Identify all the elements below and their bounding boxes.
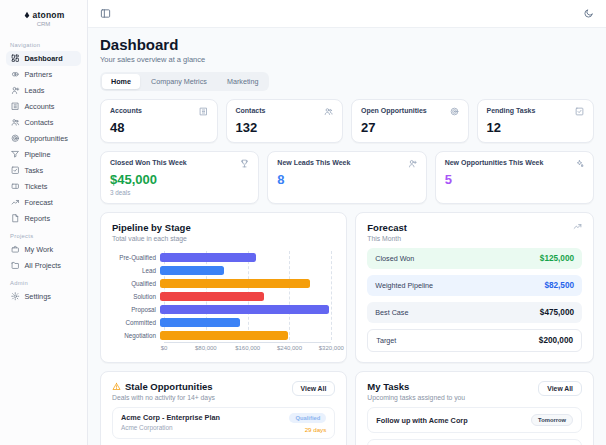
sidebar-item-label: Accounts — [25, 102, 55, 111]
users-icon — [11, 118, 20, 127]
building-icon — [11, 102, 20, 111]
chart-bar-row: Proposal — [112, 303, 335, 316]
sidebar-item-opportunities[interactable]: Opportunities — [6, 131, 81, 146]
sidebar-item-partners[interactable]: Partners — [6, 67, 81, 82]
target-icon — [450, 107, 459, 116]
app-logo: atonom CRM — [6, 8, 81, 35]
sidebar-item-settings[interactable]: Settings — [6, 289, 81, 304]
funnel-icon — [11, 150, 20, 159]
stale-opportunities-card: Stale Opportunities Deals with no activi… — [100, 371, 347, 445]
sidebar-item-contacts[interactable]: Contacts — [6, 115, 81, 130]
forecast-row-label: Target — [376, 336, 396, 345]
dashboard-icon — [11, 54, 20, 63]
chart-bar — [160, 318, 240, 327]
days-stale: 29 days — [289, 426, 326, 433]
stat-card-closed-won-this-week: Closed Won This Week$45,0003 deals — [100, 151, 259, 204]
chart-bar — [160, 305, 329, 314]
pipeline-title: Pipeline by Stage — [112, 222, 335, 233]
page-title: Dashboard — [100, 36, 594, 53]
stat-value: 27 — [361, 120, 459, 135]
task-item[interactable]: Prepare proposal for TechFlowToday — [367, 439, 582, 445]
stat-card-new-opportunities-this-week: New Opportunities This Week5 — [435, 151, 594, 204]
chart-category-label: Negotiation — [112, 332, 160, 339]
tab-company-metrics[interactable]: Company Metrics — [142, 74, 216, 89]
chart-category-label: Qualified — [112, 280, 160, 287]
charts-row: Pipeline by Stage Total value in each st… — [100, 212, 594, 363]
chart-bar — [160, 253, 256, 262]
logo-subtitle: CRM — [6, 21, 81, 27]
building-icon — [199, 107, 208, 116]
trophy-icon — [240, 159, 249, 168]
chart-x-tick: $80,000 — [195, 345, 217, 351]
stat-label: Accounts — [110, 107, 142, 114]
leads-icon — [11, 86, 20, 95]
sidebar-item-label: Partners — [25, 70, 53, 79]
stat-card-open-opportunities: Open Opportunities27 — [351, 99, 469, 143]
sidebar-item-dashboard[interactable]: Dashboard — [6, 51, 81, 66]
tasks-view-all-button[interactable]: View All — [538, 381, 582, 396]
sidebar-toggle-icon[interactable] — [100, 8, 111, 19]
stat-label: New Leads This Week — [277, 159, 350, 166]
pipeline-chart: Pre-QualifiedLeadQualifiedSolutionPropos… — [112, 251, 335, 353]
stale-view-all-button[interactable]: View All — [292, 381, 336, 396]
stale-title: Stale Opportunities — [125, 381, 213, 392]
my-tasks-card: My Tasks Upcoming tasks assigned to you … — [355, 371, 594, 445]
stat-value: $45,000 — [110, 172, 249, 187]
stat-card-accounts: Accounts48 — [100, 99, 218, 143]
page-subtitle: Your sales overview at a glance — [100, 55, 594, 64]
check-square-icon — [11, 166, 20, 175]
sidebar-item-tickets[interactable]: Tickets — [6, 179, 81, 194]
sidebar-item-leads[interactable]: Leads — [6, 83, 81, 98]
task-item[interactable]: Follow up with Acme CorpTomorrow — [367, 407, 582, 433]
stat-value: 48 — [110, 120, 208, 135]
chart-x-axis: $0$80,000$160,000$240,000$320,000 — [164, 342, 331, 353]
stat-sub: 3 deals — [110, 189, 249, 196]
sidebar-section-label: Navigation — [10, 42, 77, 48]
sidebar-item-all-projects[interactable]: All Projects — [6, 258, 81, 273]
forecast-row-value: $82,500 — [544, 281, 574, 290]
tasks-subtitle: Upcoming tasks assigned to you — [367, 394, 465, 401]
forecast-row-best-case: Best Case$475,000 — [367, 302, 582, 323]
tasks-title: My Tasks — [367, 381, 465, 392]
theme-toggle-icon[interactable] — [583, 8, 594, 19]
folder-icon — [11, 261, 20, 270]
logo-icon — [23, 11, 31, 19]
stale-subtitle: Deals with no activity for 14+ days — [112, 394, 215, 401]
chart-category-label: Committed — [112, 319, 160, 326]
stat-cards-row: Accounts48Contacts132Open Opportunities2… — [100, 99, 594, 143]
chart-bar-row: Committed — [112, 316, 335, 329]
chart-x-tick: $0 — [161, 345, 168, 351]
check-square-icon — [575, 107, 584, 116]
chart-bar — [160, 279, 310, 288]
forecast-subtitle: This Month — [367, 235, 407, 242]
forecast-row-value: $200,000 — [539, 336, 573, 345]
sidebar-item-my-work[interactable]: My Work — [6, 242, 81, 257]
sidebar-item-forecast[interactable]: Forecast — [6, 195, 81, 210]
stat-value: 8 — [277, 172, 416, 187]
tab-home[interactable]: Home — [102, 74, 140, 89]
sidebar-item-tasks[interactable]: Tasks — [6, 163, 81, 178]
dashboard-content: Dashboard Your sales overview at a glanc… — [88, 28, 606, 445]
chart-bar — [160, 331, 288, 340]
sidebar-item-reports[interactable]: Reports — [6, 211, 81, 226]
bottom-row: Stale Opportunities Deals with no activi… — [100, 371, 594, 445]
sidebar-item-label: All Projects — [25, 261, 62, 270]
sidebar-item-pipeline[interactable]: Pipeline — [6, 147, 81, 162]
user-plus-icon — [408, 159, 417, 168]
stat-label: Pending Tasks — [487, 107, 536, 114]
stat-label: Open Opportunities — [361, 107, 427, 114]
sidebar-section-label: Admin — [10, 280, 77, 286]
forecast-row-label: Closed Won — [375, 254, 414, 263]
opportunity-company: Acme Corporation — [121, 424, 220, 431]
chart-x-tick: $240,000 — [277, 345, 302, 351]
chart-bar-row: Solution — [112, 290, 335, 303]
sidebar-item-accounts[interactable]: Accounts — [6, 99, 81, 114]
chart-bar-row: Negotiation — [112, 329, 335, 342]
forecast-row-target: Target$200,000 — [367, 329, 582, 352]
ticket-icon — [11, 182, 20, 191]
file-icon — [11, 214, 20, 223]
forecast-row-label: Best Case — [375, 308, 408, 317]
sidebar-item-label: Opportunities — [25, 134, 68, 143]
stale-opportunity-item[interactable]: Acme Corp - Enterprise PlanAcme Corporat… — [112, 407, 335, 439]
tab-marketing[interactable]: Marketing — [218, 74, 268, 89]
